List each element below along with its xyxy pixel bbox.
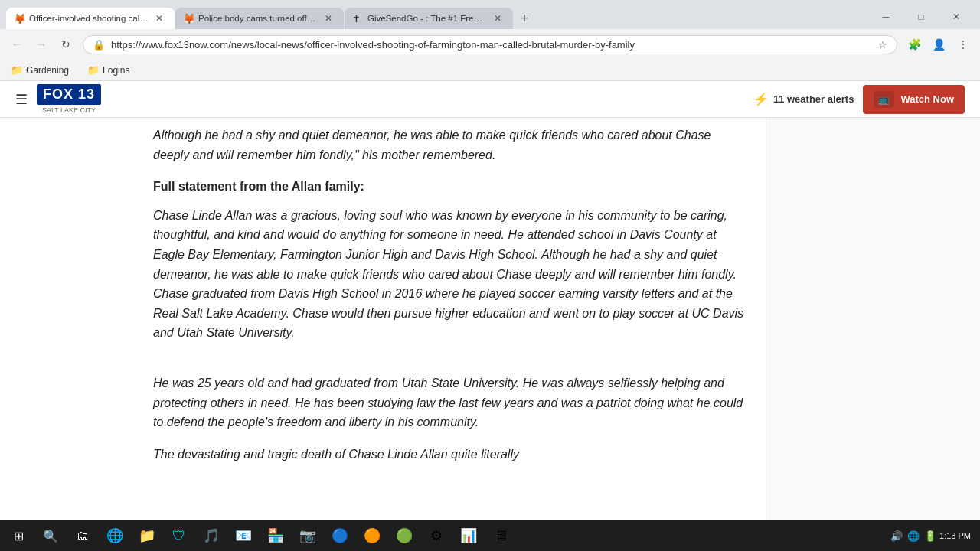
taskbar-app-camera[interactable]: 📷 — [292, 520, 323, 551]
taskbar-app-blue[interactable]: 🔵 — [325, 520, 355, 551]
website: ☰ FOX 13 SALT LAKE CITY ⚡ 11 weather ale… — [0, 81, 980, 520]
bookmark-gardening[interactable]: 📁 Gardening — [6, 63, 74, 77]
watch-now-label: Watch Now — [900, 93, 954, 105]
bookmarks-bar: 📁 Gardening 📁 Logins — [0, 60, 980, 81]
taskbar-app-explorer[interactable]: 📁 — [132, 520, 162, 551]
browser-menu-button[interactable]: ⋮ — [952, 34, 974, 55]
tab-3-close[interactable]: ✕ — [492, 12, 504, 24]
window-minimize-button[interactable]: ─ — [868, 5, 903, 29]
right-sidebar — [766, 118, 980, 520]
header-left: ☰ FOX 13 SALT LAKE CITY — [15, 84, 101, 114]
new-tab-button[interactable]: + — [514, 8, 535, 29]
tab-2-favicon: 🦊 — [183, 13, 194, 24]
systray: 🔊 🌐 🔋 — [890, 530, 936, 542]
browser-chrome: 🦊 Officer-involved shooting called ✕ 🦊 P… — [0, 0, 980, 81]
folder-icon-2: 📁 — [87, 64, 100, 76]
systray-volume[interactable]: 🔊 — [890, 530, 903, 542]
site-logo[interactable]: FOX 13 SALT LAKE CITY — [37, 84, 101, 114]
article-p1-text: Chase Linde Allan was a gracious, loving… — [153, 209, 743, 340]
lightning-icon: ⚡ — [753, 92, 769, 106]
taskbar-app-monitor[interactable]: 🖥 — [485, 520, 516, 551]
article-intro-paragraph: Although he had a shy and quiet demeanor… — [153, 126, 750, 165]
tab-2-title: Police body cams turned off after offic — [198, 14, 318, 23]
article-paragraph-2: He was 25 years old and had graduated fr… — [153, 373, 750, 432]
tab-2-close[interactable]: ✕ — [322, 12, 335, 24]
taskbar-app-store[interactable]: 🏪 — [260, 520, 291, 551]
bookmark-gardening-label: Gardening — [26, 65, 69, 76]
browser-actions: 🧩 👤 ⋮ — [903, 34, 974, 55]
tv-icon: 📺 — [874, 91, 894, 108]
logo-text: FOX 13 — [37, 84, 101, 105]
taskbar-app-mail[interactable]: 📧 — [228, 520, 259, 551]
taskbar-search[interactable]: 🔍 — [35, 520, 66, 551]
weather-alert-text: 11 weather alerts — [773, 93, 854, 105]
logo-subtext: SALT LAKE CITY — [42, 106, 96, 114]
weather-alert[interactable]: ⚡ 11 weather alerts — [753, 92, 854, 106]
article-intro-text: Although he had a shy and quiet demeanor… — [153, 129, 710, 161]
bookmark-star-icon[interactable]: ☆ — [878, 39, 887, 51]
tab-3[interactable]: ✝ GiveSendGo - : The #1 Free Christian ✕ — [345, 8, 513, 29]
article-paragraph-1: Chase Linde Allan was a gracious, loving… — [153, 206, 750, 343]
taskbar-app-edge[interactable]: 🌐 — [100, 520, 130, 551]
taskbar-app-settings[interactable]: ⚙ — [421, 520, 452, 551]
article-p2-text: He was 25 years old and had graduated fr… — [153, 377, 743, 429]
systray-battery[interactable]: 🔋 — [924, 530, 936, 542]
hamburger-menu[interactable]: ☰ — [15, 91, 28, 108]
tab-1-favicon: 🦊 — [14, 13, 24, 24]
taskbar-task-view[interactable]: 🗂 — [67, 520, 98, 551]
tab-bar: 🦊 Officer-involved shooting called ✕ 🦊 P… — [0, 0, 980, 29]
article-paragraph-3: The devastating and tragic death of Chas… — [153, 445, 750, 465]
article-p3-text: The devastating and tragic death of Chas… — [153, 448, 519, 461]
bookmark-logins-label: Logins — [103, 65, 129, 76]
bookmark-logins[interactable]: 📁 Logins — [83, 63, 134, 77]
header-right: ⚡ 11 weather alerts 📺 Watch Now — [753, 85, 965, 114]
window-close-button[interactable]: ✕ — [939, 5, 974, 29]
left-gutter — [0, 118, 138, 520]
taskbar-app-security[interactable]: 🛡 — [164, 520, 194, 551]
tab-3-favicon: ✝ — [352, 13, 363, 24]
tab-1-title: Officer-involved shooting called — [29, 14, 149, 23]
taskbar-apps: 🌐 📁 🛡 🎵 📧 🏪 📷 🔵 — [100, 520, 516, 551]
watch-now-button[interactable]: 📺 Watch Now — [863, 85, 965, 114]
lock-icon: 🔒 — [93, 39, 105, 51]
start-button[interactable]: ⊞ — [3, 520, 34, 551]
folder-icon: 📁 — [11, 64, 23, 76]
article-section-heading: Full statement from the Allan family: — [153, 177, 750, 197]
taskbar-app-green[interactable]: 🟢 — [389, 520, 420, 551]
taskbar: ⊞ 🔍 🗂 🌐 📁 🛡 🎵 📧 🏪 — [0, 520, 980, 551]
back-button[interactable]: ← — [6, 34, 28, 55]
reload-button[interactable]: ↻ — [55, 34, 77, 55]
content-area: Although he had a shy and quiet demeanor… — [0, 118, 980, 520]
browser-controls: ← → ↻ 🔒 ☆ 🧩 👤 ⋮ — [0, 29, 980, 60]
taskbar-right: 🔊 🌐 🔋 1:13 PM — [890, 530, 977, 542]
systray-network[interactable]: 🌐 — [907, 530, 920, 542]
extensions-icon[interactable]: 🧩 — [903, 34, 925, 55]
forward-button[interactable]: → — [31, 34, 52, 55]
taskbar-time: 1:13 PM — [939, 531, 971, 540]
tab-2[interactable]: 🦊 Police body cams turned off after offi… — [175, 8, 344, 29]
window-maximize-button[interactable]: □ — [903, 5, 939, 29]
taskbar-left: ⊞ 🔍 🗂 🌐 📁 🛡 🎵 📧 🏪 — [3, 520, 516, 551]
tab-1-close[interactable]: ✕ — [153, 12, 165, 24]
address-bar[interactable] — [111, 39, 872, 51]
profile-icon[interactable]: 👤 — [928, 34, 949, 55]
address-bar-container: 🔒 ☆ — [83, 35, 897, 54]
tab-1[interactable]: 🦊 Officer-involved shooting called ✕ — [6, 8, 175, 29]
site-header: ☰ FOX 13 SALT LAKE CITY ⚡ 11 weather ale… — [0, 81, 980, 118]
article-spacer — [153, 355, 750, 373]
article-body[interactable]: Although he had a shy and quiet demeanor… — [138, 118, 766, 520]
tab-3-title: GiveSendGo - : The #1 Free Christian — [368, 14, 487, 23]
taskbar-app-chart[interactable]: 📊 — [453, 520, 484, 551]
taskbar-app-orange[interactable]: 🟠 — [357, 520, 387, 551]
taskbar-app-media[interactable]: 🎵 — [196, 520, 227, 551]
